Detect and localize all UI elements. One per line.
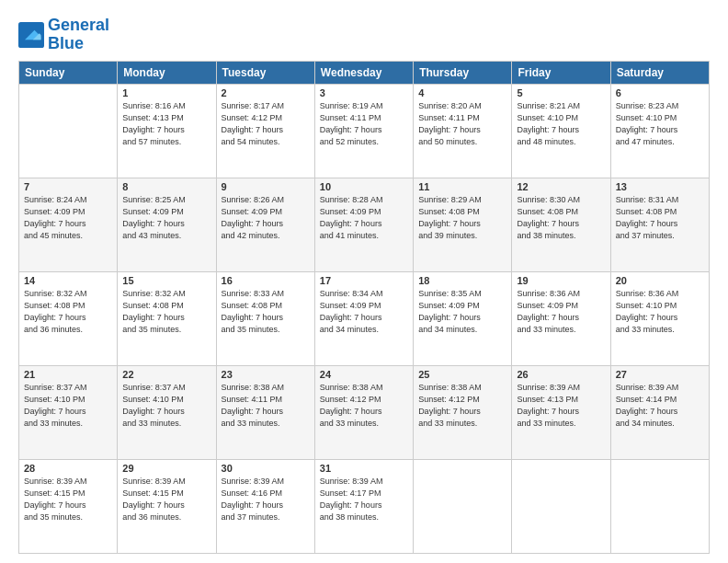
- calendar-cell: 29Sunrise: 8:39 AM Sunset: 4:15 PM Dayli…: [118, 459, 216, 553]
- header: GeneralBlue: [18, 17, 710, 53]
- day-detail: Sunrise: 8:38 AM Sunset: 4:11 PM Dayligh…: [222, 382, 310, 430]
- logo: GeneralBlue: [18, 17, 109, 53]
- day-detail: Sunrise: 8:32 AM Sunset: 4:08 PM Dayligh…: [24, 288, 112, 336]
- day-detail: Sunrise: 8:37 AM Sunset: 4:10 PM Dayligh…: [122, 382, 210, 430]
- day-number: 4: [418, 87, 506, 98]
- calendar-cell: 21Sunrise: 8:37 AM Sunset: 4:10 PM Dayli…: [19, 365, 118, 459]
- day-detail: Sunrise: 8:39 AM Sunset: 4:13 PM Dayligh…: [517, 382, 605, 430]
- calendar-cell: 13Sunrise: 8:31 AM Sunset: 4:08 PM Dayli…: [610, 178, 709, 271]
- calendar-cell: [414, 459, 512, 553]
- day-header-wednesday: Wednesday: [314, 61, 413, 84]
- calendar-cell: 15Sunrise: 8:32 AM Sunset: 4:08 PM Dayli…: [118, 271, 216, 365]
- calendar-cell: 19Sunrise: 8:36 AM Sunset: 4:09 PM Dayli…: [512, 271, 610, 365]
- day-number: 15: [122, 275, 210, 286]
- day-number: 26: [517, 369, 605, 380]
- calendar-cell: 4Sunrise: 8:20 AM Sunset: 4:11 PM Daylig…: [414, 84, 512, 178]
- calendar-cell: 8Sunrise: 8:25 AM Sunset: 4:09 PM Daylig…: [118, 178, 216, 271]
- day-number: 28: [24, 463, 112, 474]
- day-number: 8: [122, 181, 210, 192]
- day-detail: Sunrise: 8:35 AM Sunset: 4:09 PM Dayligh…: [418, 288, 506, 336]
- calendar-cell: [512, 459, 610, 553]
- logo-text: GeneralBlue: [48, 17, 109, 53]
- calendar-cell: [19, 84, 118, 178]
- calendar-cell: 14Sunrise: 8:32 AM Sunset: 4:08 PM Dayli…: [19, 271, 118, 365]
- calendar-cell: 23Sunrise: 8:38 AM Sunset: 4:11 PM Dayli…: [216, 365, 314, 459]
- page: GeneralBlue SundayMondayTuesdayWednesday…: [0, 0, 728, 563]
- calendar-header: SundayMondayTuesdayWednesdayThursdayFrid…: [19, 61, 710, 84]
- day-number: 12: [517, 181, 605, 192]
- week-row-5: 28Sunrise: 8:39 AM Sunset: 4:15 PM Dayli…: [19, 459, 710, 553]
- day-detail: Sunrise: 8:28 AM Sunset: 4:09 PM Dayligh…: [320, 194, 408, 242]
- day-detail: Sunrise: 8:38 AM Sunset: 4:12 PM Dayligh…: [418, 382, 506, 430]
- day-number: 6: [616, 87, 704, 98]
- day-number: 22: [122, 369, 210, 380]
- calendar-cell: 25Sunrise: 8:38 AM Sunset: 4:12 PM Dayli…: [414, 365, 512, 459]
- day-detail: Sunrise: 8:16 AM Sunset: 4:13 PM Dayligh…: [122, 100, 210, 148]
- day-number: 20: [616, 275, 704, 286]
- calendar-cell: 24Sunrise: 8:38 AM Sunset: 4:12 PM Dayli…: [314, 365, 413, 459]
- day-detail: Sunrise: 8:30 AM Sunset: 4:08 PM Dayligh…: [517, 194, 605, 242]
- day-detail: Sunrise: 8:38 AM Sunset: 4:12 PM Dayligh…: [320, 382, 408, 430]
- calendar-cell: 16Sunrise: 8:33 AM Sunset: 4:08 PM Dayli…: [216, 271, 314, 365]
- day-number: 23: [222, 369, 310, 380]
- header-row: SundayMondayTuesdayWednesdayThursdayFrid…: [19, 61, 710, 84]
- day-number: 19: [517, 275, 605, 286]
- day-number: 29: [122, 463, 210, 474]
- day-detail: Sunrise: 8:25 AM Sunset: 4:09 PM Dayligh…: [122, 194, 210, 242]
- day-number: 3: [320, 87, 408, 98]
- day-detail: Sunrise: 8:19 AM Sunset: 4:11 PM Dayligh…: [320, 100, 408, 148]
- calendar-cell: 5Sunrise: 8:21 AM Sunset: 4:10 PM Daylig…: [512, 84, 610, 178]
- week-row-2: 7Sunrise: 8:24 AM Sunset: 4:09 PM Daylig…: [19, 178, 710, 271]
- calendar-cell: [610, 459, 709, 553]
- day-detail: Sunrise: 8:36 AM Sunset: 4:09 PM Dayligh…: [517, 288, 605, 336]
- day-detail: Sunrise: 8:26 AM Sunset: 4:09 PM Dayligh…: [222, 194, 310, 242]
- day-number: 21: [24, 369, 112, 380]
- day-detail: Sunrise: 8:34 AM Sunset: 4:09 PM Dayligh…: [320, 288, 408, 336]
- day-number: 14: [24, 275, 112, 286]
- day-detail: Sunrise: 8:39 AM Sunset: 4:16 PM Dayligh…: [222, 476, 310, 523]
- day-detail: Sunrise: 8:24 AM Sunset: 4:09 PM Dayligh…: [24, 194, 112, 242]
- calendar-cell: 6Sunrise: 8:23 AM Sunset: 4:10 PM Daylig…: [610, 84, 709, 178]
- day-number: 25: [418, 369, 506, 380]
- day-header-saturday: Saturday: [610, 61, 709, 84]
- day-detail: Sunrise: 8:36 AM Sunset: 4:10 PM Dayligh…: [616, 288, 704, 336]
- day-detail: Sunrise: 8:32 AM Sunset: 4:08 PM Dayligh…: [122, 288, 210, 336]
- day-number: 5: [517, 87, 605, 98]
- day-detail: Sunrise: 8:31 AM Sunset: 4:08 PM Dayligh…: [616, 194, 704, 242]
- calendar-cell: 1Sunrise: 8:16 AM Sunset: 4:13 PM Daylig…: [118, 84, 216, 178]
- calendar-cell: 20Sunrise: 8:36 AM Sunset: 4:10 PM Dayli…: [610, 271, 709, 365]
- week-row-3: 14Sunrise: 8:32 AM Sunset: 4:08 PM Dayli…: [19, 271, 710, 365]
- day-number: 16: [222, 275, 310, 286]
- calendar-cell: 27Sunrise: 8:39 AM Sunset: 4:14 PM Dayli…: [610, 365, 709, 459]
- day-detail: Sunrise: 8:33 AM Sunset: 4:08 PM Dayligh…: [222, 288, 310, 336]
- day-detail: Sunrise: 8:39 AM Sunset: 4:15 PM Dayligh…: [24, 476, 112, 523]
- day-number: 30: [222, 463, 310, 474]
- day-detail: Sunrise: 8:39 AM Sunset: 4:15 PM Dayligh…: [122, 476, 210, 523]
- day-number: 31: [320, 463, 408, 474]
- day-detail: Sunrise: 8:23 AM Sunset: 4:10 PM Dayligh…: [616, 100, 704, 148]
- day-number: 10: [320, 181, 408, 192]
- calendar-cell: 7Sunrise: 8:24 AM Sunset: 4:09 PM Daylig…: [19, 178, 118, 271]
- calendar-cell: 2Sunrise: 8:17 AM Sunset: 4:12 PM Daylig…: [216, 84, 314, 178]
- calendar-cell: 28Sunrise: 8:39 AM Sunset: 4:15 PM Dayli…: [19, 459, 118, 553]
- calendar-cell: 26Sunrise: 8:39 AM Sunset: 4:13 PM Dayli…: [512, 365, 610, 459]
- week-row-1: 1Sunrise: 8:16 AM Sunset: 4:13 PM Daylig…: [19, 84, 710, 178]
- day-header-thursday: Thursday: [414, 61, 512, 84]
- day-number: 27: [616, 369, 704, 380]
- day-detail: Sunrise: 8:20 AM Sunset: 4:11 PM Dayligh…: [418, 100, 506, 148]
- logo-icon: [18, 22, 44, 48]
- day-number: 18: [418, 275, 506, 286]
- day-detail: Sunrise: 8:39 AM Sunset: 4:17 PM Dayligh…: [320, 476, 408, 523]
- calendar-cell: 9Sunrise: 8:26 AM Sunset: 4:09 PM Daylig…: [216, 178, 314, 271]
- calendar-cell: 30Sunrise: 8:39 AM Sunset: 4:16 PM Dayli…: [216, 459, 314, 553]
- day-number: 11: [418, 181, 506, 192]
- day-number: 9: [222, 181, 310, 192]
- day-number: 24: [320, 369, 408, 380]
- day-header-monday: Monday: [118, 61, 216, 84]
- calendar-cell: 11Sunrise: 8:29 AM Sunset: 4:08 PM Dayli…: [414, 178, 512, 271]
- day-number: 1: [122, 87, 210, 98]
- day-number: 2: [222, 87, 310, 98]
- calendar-cell: 22Sunrise: 8:37 AM Sunset: 4:10 PM Dayli…: [118, 365, 216, 459]
- week-row-4: 21Sunrise: 8:37 AM Sunset: 4:10 PM Dayli…: [19, 365, 710, 459]
- day-detail: Sunrise: 8:21 AM Sunset: 4:10 PM Dayligh…: [517, 100, 605, 148]
